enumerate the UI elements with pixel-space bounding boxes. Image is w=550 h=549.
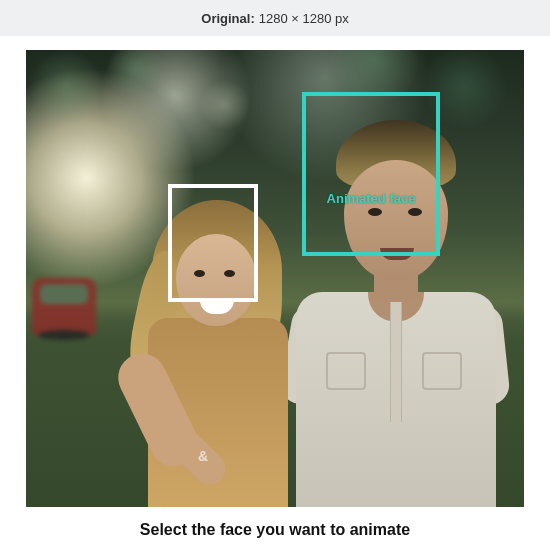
photo-car: [32, 278, 96, 336]
instruction-text: Select the face you want to animate: [0, 521, 550, 539]
image-container: & Animated face: [0, 36, 550, 507]
original-label: Original:: [201, 11, 254, 26]
animated-face-caption: Animated face: [327, 141, 416, 207]
original-dimensions-bar: Original: 1280 × 1280 px: [0, 0, 550, 36]
face-box-2-selected[interactable]: Animated face: [302, 92, 440, 256]
face-box-1[interactable]: [168, 184, 258, 302]
photo-canvas: & Animated face: [26, 50, 524, 507]
shirt-graphic: &: [198, 448, 208, 464]
original-dimensions-value: 1280 × 1280 px: [259, 11, 349, 26]
